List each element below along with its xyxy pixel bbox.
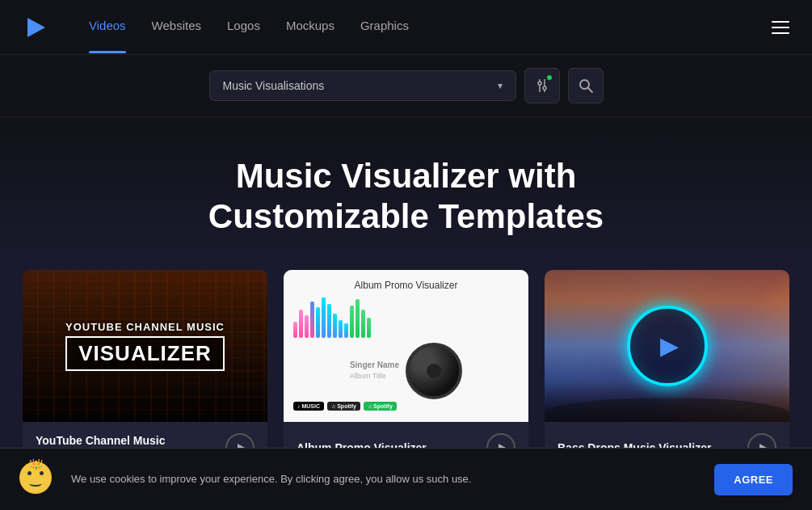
bass-circle: ▶ bbox=[627, 306, 708, 386]
album-cover bbox=[406, 343, 462, 399]
card-album-promo[interactable]: Album Promo Visualizer bbox=[284, 270, 528, 474]
search-button[interactable] bbox=[568, 68, 604, 103]
spotify-badge: ♫ Spotify bbox=[364, 402, 397, 411]
cookie-eyes bbox=[27, 471, 44, 475]
hero-section: Music Visualizer with Customizable Templ… bbox=[0, 117, 812, 270]
cookie-agree-button[interactable]: AGREE bbox=[714, 464, 793, 495]
spotify-badge-alt: ♫ Spotify bbox=[327, 402, 360, 411]
nav-websites[interactable]: Websites bbox=[152, 19, 201, 36]
chevron-down-icon: ▾ bbox=[498, 80, 503, 91]
thumb-2-inner: Album Promo Visualizer bbox=[284, 270, 528, 422]
card-thumbnail-2: Album Promo Visualizer bbox=[284, 270, 528, 422]
platform-badges: ♪ MUSIC ♫ Spotify ♫ Spotify bbox=[293, 402, 397, 411]
hamburger-line bbox=[772, 21, 789, 23]
svg-line-8 bbox=[588, 88, 592, 92]
cookie-face: 👑 bbox=[19, 462, 52, 494]
play-triangle: ▶ bbox=[660, 331, 679, 360]
logo[interactable] bbox=[19, 12, 50, 43]
card-youtube-visualizer[interactable]: YOUTUBE CHANNEL MUSIC VISUALIZER YouTube… bbox=[23, 270, 267, 474]
hamburger-menu[interactable] bbox=[768, 18, 793, 37]
cookie-icon: 👑 bbox=[19, 462, 55, 497]
cookie-smile bbox=[29, 481, 42, 487]
thumb-title-line1: YOUTUBE CHANNEL MUSIC bbox=[65, 321, 225, 333]
thumb-1-text: YOUTUBE CHANNEL MUSIC VISUALIZER bbox=[65, 321, 225, 371]
card-bass-drops[interactable]: ▶ Bass Drops Music Visualizer bbox=[545, 270, 789, 474]
waveform bbox=[293, 297, 519, 338]
apple-music-badge: ♪ MUSIC bbox=[293, 402, 324, 411]
cookie-eye-right bbox=[40, 471, 44, 475]
cookie-eye-left bbox=[27, 471, 32, 475]
search-bar: Music Visualisations ▾ bbox=[0, 55, 812, 117]
main-nav: Videos Websites Logos Mockups Graphics bbox=[89, 19, 768, 36]
svg-point-7 bbox=[580, 80, 589, 89]
category-dropdown[interactable]: Music Visualisations ▾ bbox=[209, 70, 516, 101]
crown-icon: 👑 bbox=[29, 458, 43, 471]
card-thumbnail-1: YOUTUBE CHANNEL MUSIC VISUALIZER bbox=[23, 270, 267, 422]
nav-videos[interactable]: Videos bbox=[89, 19, 126, 36]
svg-point-2 bbox=[543, 86, 546, 90]
nav-logos[interactable]: Logos bbox=[227, 19, 260, 36]
nav-graphics[interactable]: Graphics bbox=[360, 19, 409, 36]
cookie-text: We use cookies to improve your experienc… bbox=[71, 472, 698, 487]
thumb-2-heading: Album Promo Visualizer bbox=[355, 280, 458, 291]
filter-button[interactable] bbox=[524, 68, 560, 103]
svg-marker-0 bbox=[27, 18, 45, 37]
dropdown-value: Music Visualisations bbox=[223, 79, 325, 92]
header: Videos Websites Logos Mockups Graphics bbox=[0, 0, 812, 55]
search-icon bbox=[578, 78, 594, 94]
svg-point-1 bbox=[538, 82, 541, 85]
cards-grid: YOUTUBE CHANNEL MUSIC VISUALIZER YouTube… bbox=[23, 270, 789, 474]
nav-mockups[interactable]: Mockups bbox=[286, 19, 334, 36]
filter-active-dot bbox=[545, 74, 553, 82]
thumb-title-line2: VISUALIZER bbox=[65, 336, 225, 371]
hamburger-line bbox=[772, 27, 789, 28]
cookie-banner: 👑 We use cookies to improve your experie… bbox=[0, 448, 812, 510]
logo-icon bbox=[19, 12, 50, 43]
hamburger-line bbox=[772, 32, 789, 34]
hero-title: Music Visualizer with Customizable Templ… bbox=[124, 156, 689, 238]
album-art-area: Singer Name Album Title bbox=[350, 343, 462, 399]
card-thumbnail-3: ▶ bbox=[545, 270, 789, 422]
